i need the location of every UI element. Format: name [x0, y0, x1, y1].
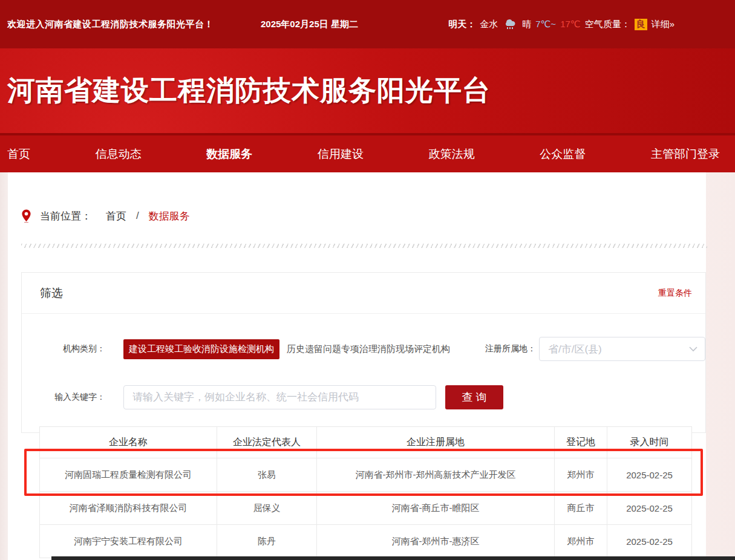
col-header-legal-rep: 企业法定代表人: [217, 427, 317, 458]
weather-detail-link[interactable]: 详细»: [652, 19, 675, 30]
filter-card-header: 筛选 重置条件: [22, 273, 705, 314]
cell-registration-place: 郑州市: [555, 458, 607, 492]
hatch-divider: [21, 244, 707, 248]
weather-widget: 明天： 金水 晴 7℃~ 17℃ 空气质量： 良 详细»: [448, 18, 675, 31]
nav-item-data-service[interactable]: 数据服务: [206, 146, 252, 162]
nav-item-news[interactable]: 信息动态: [96, 146, 142, 162]
cloud-icon: [502, 18, 518, 31]
filter-title: 筛选: [40, 285, 63, 301]
cell-company-name: 河南省泽顺消防科技有限公司: [40, 492, 217, 525]
nav-item-policy[interactable]: 政策法规: [429, 146, 475, 162]
nav-item-supervision[interactable]: 公众监督: [540, 146, 586, 162]
weather-tomorrow-label: 明天：: [448, 19, 475, 30]
keyword-label: 输入关键字：: [40, 392, 105, 403]
category-label: 机构类别：: [40, 343, 105, 354]
table-row[interactable]: 河南固瑞工程质量检测有限公司 张易 河南省-郑州市-郑州高新技术产业开发区 郑州…: [40, 458, 692, 492]
filter-row-keyword: 输入关键字： 查 询: [22, 385, 705, 409]
table-header-row: 企业名称 企业法定代表人 企业注册属地 登记地 录入时间: [40, 427, 692, 458]
reset-filters-link[interactable]: 重置条件: [658, 288, 692, 299]
cell-legal-rep: 陈丹: [217, 525, 317, 558]
welcome-text: 欢迎进入河南省建设工程消防技术服务阳光平台！: [7, 19, 214, 30]
filter-row-category: 机构类别： 建设工程竣工验收消防设施检测机构 历史遗留问题专项治理消防现场评定机…: [22, 337, 705, 361]
col-header-company-name: 企业名称: [40, 427, 217, 458]
cell-registration-place: 郑州市: [555, 525, 607, 558]
weather-temp-high: 17℃: [560, 19, 581, 30]
top-utility-bar: 欢迎进入河南省建设工程消防技术服务阳光平台！ 2025年02月25日 星期二 明…: [0, 0, 735, 48]
cell-entry-date: 2025-02-25: [607, 525, 692, 558]
breadcrumb-label: 当前位置：: [40, 209, 91, 223]
site-title: 河南省建设工程消防技术服务阳光平台: [7, 72, 491, 109]
table-row[interactable]: 河南宇宁安装工程有限公司 陈丹 河南省-郑州市-惠济区 郑州市 2025-02-…: [40, 525, 692, 558]
cell-company-name: 河南宇宁安装工程有限公司: [40, 525, 217, 558]
breadcrumb: 当前位置： 首页 / 数据服务: [21, 209, 190, 223]
location-pin-icon: [21, 209, 31, 223]
region-select-placeholder: 省/市/区(县): [548, 342, 602, 356]
nav-item-home[interactable]: 首页: [7, 146, 30, 162]
date-text: 2025年02月25日 星期二: [261, 19, 358, 30]
results-table: 企业名称 企业法定代表人 企业注册属地 登记地 录入时间 河南固瑞工程质量检测有…: [39, 426, 692, 558]
cell-entry-date: 2025-02-25: [607, 458, 692, 492]
page-body: 当前位置： 首页 / 数据服务 筛选 重置条件 机构类别： 建设工程竣工验收消防…: [0, 172, 735, 560]
region-label: 注册所属地：: [463, 343, 536, 354]
bottom-edge-bar: [51, 556, 735, 560]
col-header-entry-date: 录入时间: [607, 427, 692, 458]
breadcrumb-home-link[interactable]: 首页: [106, 209, 126, 223]
nav-item-dept-login[interactable]: 主管部门登录: [651, 146, 720, 162]
weather-aqi-label: 空气质量：: [585, 19, 630, 30]
col-header-registration-place: 登记地: [555, 427, 607, 458]
search-button[interactable]: 查 询: [445, 385, 503, 409]
cell-registered-region: 河南省-商丘市-睢阳区: [317, 492, 555, 525]
cell-entry-date: 2025-02-25: [607, 492, 692, 525]
weather-city: 金水: [480, 19, 498, 30]
content-panel: 当前位置： 首页 / 数据服务 筛选 重置条件 机构类别： 建设工程竣工验收消防…: [8, 172, 706, 560]
chevron-down-icon: [689, 343, 697, 354]
site-masthead: 河南省建设工程消防技术服务阳光平台: [0, 48, 735, 133]
cell-registered-region: 河南省-郑州市-惠济区: [317, 525, 555, 558]
breadcrumb-separator: /: [136, 210, 139, 222]
weather-temp-low: 7℃~: [535, 19, 556, 30]
keyword-input[interactable]: [123, 385, 436, 409]
col-header-registered-region: 企业注册属地: [317, 427, 555, 458]
table-row[interactable]: 河南省泽顺消防科技有限公司 屈保义 河南省-商丘市-睢阳区 商丘市 2025-0…: [40, 492, 692, 525]
category-tab-legacy-assessment[interactable]: 历史遗留问题专项治理消防现场评定机构: [287, 343, 450, 355]
cell-company-name: 河南固瑞工程质量检测有限公司: [40, 458, 217, 492]
cell-legal-rep: 屈保义: [217, 492, 317, 525]
category-tab-detection-agency[interactable]: 建设工程竣工验收消防设施检测机构: [123, 339, 279, 359]
aqi-badge: 良: [635, 19, 647, 30]
region-select[interactable]: 省/市/区(县): [539, 337, 705, 361]
nav-item-credit[interactable]: 信用建设: [318, 146, 364, 162]
cell-legal-rep: 张易: [217, 458, 317, 492]
main-nav: 首页 信息动态 数据服务 信用建设 政策法规 公众监督 主管部门登录: [0, 133, 735, 172]
cell-registered-region: 河南省-郑州市-郑州高新技术产业开发区: [317, 458, 555, 492]
weather-condition: 晴: [522, 19, 531, 30]
filter-card: 筛选 重置条件 机构类别： 建设工程竣工验收消防设施检测机构 历史遗留问题专项治…: [21, 272, 706, 433]
cell-registration-place: 商丘市: [555, 492, 607, 525]
breadcrumb-current: 数据服务: [149, 209, 190, 223]
